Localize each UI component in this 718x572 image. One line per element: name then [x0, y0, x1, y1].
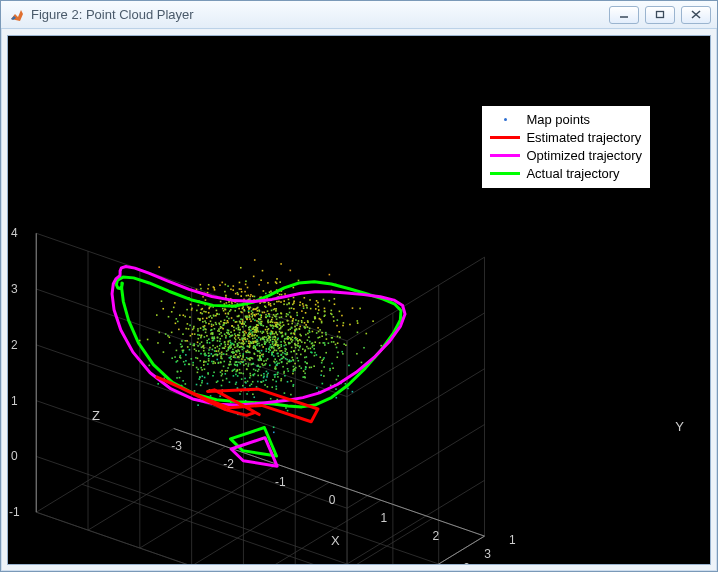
svg-rect-926 [206, 340, 208, 342]
svg-rect-1403 [173, 307, 175, 309]
svg-rect-699 [233, 375, 235, 377]
svg-rect-885 [236, 382, 238, 384]
axes-panel[interactable]: -3-2-10123-2-101-101234 X Y Z Map points… [7, 35, 711, 565]
svg-rect-996 [304, 361, 306, 363]
svg-rect-177 [291, 323, 293, 325]
svg-rect-1118 [229, 310, 231, 312]
svg-rect-839 [324, 308, 326, 310]
svg-rect-1148 [168, 336, 170, 338]
svg-rect-491 [200, 327, 202, 329]
svg-rect-363 [303, 370, 305, 372]
svg-rect-811 [294, 363, 296, 365]
svg-rect-351 [273, 347, 275, 349]
svg-rect-78 [242, 341, 244, 343]
svg-rect-1026 [233, 326, 235, 328]
legend[interactable]: Map points Estimated trajectory Optimize… [482, 106, 650, 188]
svg-rect-644 [328, 300, 330, 302]
minimize-button[interactable] [609, 6, 639, 24]
legend-item[interactable]: Estimated trajectory [488, 128, 642, 146]
svg-rect-1323 [264, 341, 266, 343]
svg-rect-756 [248, 332, 250, 334]
svg-rect-1285 [265, 350, 267, 352]
svg-rect-594 [250, 320, 252, 322]
svg-rect-631 [297, 357, 299, 359]
svg-rect-1388 [287, 338, 289, 340]
svg-rect-461 [257, 375, 259, 377]
svg-rect-822 [275, 381, 277, 383]
svg-rect-476 [218, 313, 220, 315]
svg-text:0: 0 [463, 561, 470, 564]
close-button[interactable] [681, 6, 711, 24]
svg-rect-379 [283, 372, 285, 374]
svg-rect-718 [249, 377, 251, 379]
svg-rect-109 [242, 349, 244, 351]
svg-rect-323 [309, 367, 311, 369]
svg-rect-878 [273, 426, 275, 428]
svg-rect-300 [298, 280, 300, 282]
svg-rect-1368 [266, 374, 268, 376]
svg-rect-738 [193, 327, 195, 329]
svg-rect-849 [240, 355, 242, 357]
svg-rect-967 [229, 347, 231, 349]
svg-rect-540 [248, 340, 250, 342]
svg-rect-302 [230, 289, 232, 291]
svg-rect-587 [299, 365, 301, 367]
svg-rect-1443 [236, 351, 238, 353]
svg-rect-397 [336, 379, 338, 381]
svg-rect-1135 [257, 355, 259, 357]
svg-rect-953 [293, 300, 295, 302]
svg-rect-1067 [285, 333, 287, 335]
svg-rect-825 [218, 350, 220, 352]
svg-rect-830 [290, 270, 292, 272]
svg-rect-1404 [254, 334, 256, 336]
svg-rect-1360 [252, 393, 254, 395]
maximize-button[interactable] [645, 6, 675, 24]
svg-rect-1166 [295, 319, 297, 321]
svg-rect-1045 [254, 373, 256, 375]
svg-rect-1037 [271, 330, 273, 332]
svg-rect-1441 [211, 332, 213, 334]
svg-rect-1238 [242, 373, 244, 375]
svg-rect-1359 [276, 326, 278, 328]
svg-rect-987 [314, 355, 316, 357]
svg-rect-588 [252, 318, 254, 320]
svg-rect-513 [252, 328, 254, 330]
svg-rect-1028 [277, 344, 279, 346]
svg-rect-624 [241, 312, 243, 314]
svg-rect-978 [307, 339, 309, 341]
svg-rect-424 [276, 278, 278, 280]
svg-rect-1385 [300, 354, 302, 356]
svg-rect-519 [337, 352, 339, 354]
legend-item[interactable]: Map points [488, 110, 642, 128]
svg-rect-920 [233, 320, 235, 322]
legend-label: Estimated trajectory [526, 130, 641, 145]
svg-rect-1402 [281, 358, 283, 360]
svg-rect-984 [265, 314, 267, 316]
svg-rect-1377 [282, 352, 284, 354]
svg-rect-1284 [230, 335, 232, 337]
svg-rect-1063 [181, 340, 183, 342]
svg-rect-1328 [284, 392, 286, 394]
svg-rect-1144 [196, 367, 198, 369]
svg-rect-548 [223, 353, 225, 355]
svg-rect-1447 [198, 305, 200, 307]
svg-rect-403 [356, 353, 358, 355]
svg-rect-660 [270, 305, 272, 307]
legend-item[interactable]: Actual trajectory [488, 164, 642, 182]
svg-rect-95 [245, 332, 247, 334]
legend-item[interactable]: Optimized trajectory [488, 146, 642, 164]
svg-rect-200 [337, 342, 339, 344]
svg-rect-1132 [247, 358, 249, 360]
svg-rect-1153 [274, 339, 276, 341]
svg-rect-826 [302, 348, 304, 350]
svg-rect-242 [270, 290, 272, 292]
svg-rect-445 [290, 351, 292, 353]
svg-rect-1352 [321, 370, 323, 372]
svg-rect-1021 [174, 302, 176, 304]
titlebar[interactable]: Figure 2: Point Cloud Player [1, 1, 717, 29]
svg-rect-1112 [292, 385, 294, 387]
svg-rect-393 [225, 335, 227, 337]
svg-rect-964 [264, 339, 266, 341]
svg-rect-1109 [276, 342, 278, 344]
svg-rect-1340 [227, 329, 229, 331]
